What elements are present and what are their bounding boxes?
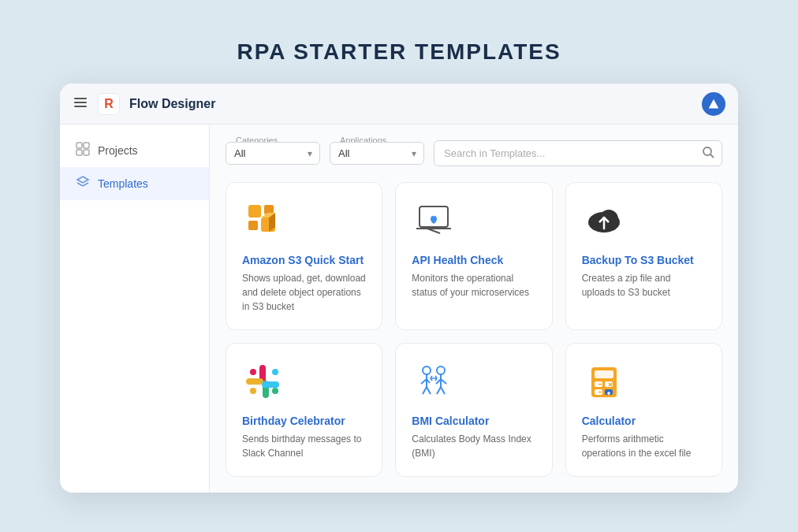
- backup-icon: [582, 199, 626, 243]
- svg-line-40: [441, 379, 446, 384]
- main-layout: Projects Templates Cat: [60, 125, 738, 493]
- svg-rect-7: [84, 150, 89, 155]
- api-icon: [412, 199, 456, 243]
- template-card-calculator[interactable]: Calculator Performs arithmetic operation…: [565, 343, 722, 477]
- user-avatar[interactable]: [702, 92, 725, 116]
- app-window: R Flow Designer: [60, 84, 738, 493]
- card-desc: Shows upload, get, download and delete o…: [242, 271, 366, 314]
- categories-select[interactable]: All: [226, 142, 320, 165]
- sidebar-templates-label: Templates: [98, 177, 148, 190]
- app-name: Flow Designer: [129, 97, 692, 111]
- sidebar: Projects Templates: [60, 125, 210, 493]
- svg-point-28: [272, 369, 278, 375]
- svg-point-37: [437, 366, 445, 374]
- page-title: RPA STARTER TEMPLATES: [237, 39, 561, 65]
- search-icon[interactable]: [702, 146, 714, 162]
- svg-point-30: [272, 388, 278, 394]
- card-title: Backup To S3 Bucket: [582, 254, 706, 266]
- svg-point-29: [250, 388, 256, 394]
- card-title: Birthday Celebrator: [242, 415, 366, 427]
- svg-rect-10: [248, 205, 261, 218]
- applications-select[interactable]: All: [330, 142, 424, 165]
- card-title: Calculator: [582, 415, 706, 427]
- svg-rect-12: [248, 221, 258, 230]
- grid-icon: [76, 142, 90, 159]
- birthday-icon: [242, 359, 286, 404]
- svg-rect-26: [262, 381, 279, 388]
- svg-marker-3: [709, 99, 719, 108]
- svg-rect-4: [76, 143, 82, 148]
- card-title: Amazon S3 Quick Start: [242, 254, 366, 266]
- svg-rect-6: [76, 150, 82, 155]
- svg-point-31: [423, 366, 431, 374]
- template-card-birthday[interactable]: Birthday Celebrator Sends birthday messa…: [226, 343, 382, 477]
- svg-rect-5: [84, 143, 89, 148]
- svg-line-9: [710, 154, 714, 158]
- svg-line-36: [427, 387, 431, 394]
- svg-line-33: [421, 379, 427, 384]
- template-card-bmi[interactable]: BMI Calculator Calculates Body Mass Inde…: [395, 343, 552, 477]
- svg-line-42: [441, 387, 445, 394]
- filters-row: Categories All Applications All: [226, 140, 722, 166]
- sidebar-item-projects[interactable]: Projects: [60, 134, 209, 167]
- card-desc: Performs arithmetic operations in the ex…: [582, 432, 706, 460]
- card-desc: Creates a zip file and uploads to S3 buc…: [582, 271, 706, 299]
- s3-icon: [242, 199, 286, 243]
- card-title: API Health Check: [412, 254, 535, 266]
- menu-icon[interactable]: [73, 95, 88, 113]
- card-desc: Calculates Body Mass Index (BMI): [412, 432, 535, 460]
- templates-grid: Amazon S3 Quick Start Shows upload, get,…: [226, 182, 722, 477]
- svg-rect-0: [74, 98, 87, 99]
- search-wrapper: [434, 140, 722, 166]
- sidebar-projects-label: Projects: [98, 144, 138, 157]
- svg-line-35: [423, 387, 427, 394]
- app-logo: R: [98, 93, 120, 115]
- svg-point-27: [250, 369, 256, 375]
- categories-select-wrapper: All: [226, 142, 320, 165]
- categories-filter-group: Categories All: [226, 142, 320, 165]
- card-title: BMI Calculator: [412, 415, 535, 427]
- titlebar: R Flow Designer: [60, 84, 738, 125]
- svg-rect-45: [595, 370, 613, 378]
- applications-filter-group: Applications All: [330, 142, 424, 165]
- card-desc: Monitors the operational status of your …: [412, 271, 535, 299]
- svg-rect-1: [74, 102, 87, 103]
- svg-line-41: [437, 387, 441, 394]
- calculator-icon: [582, 359, 626, 404]
- svg-rect-16: [420, 206, 448, 227]
- svg-rect-25: [246, 378, 263, 385]
- content-area: Categories All Applications All: [210, 125, 738, 493]
- template-card-amazon-s3[interactable]: Amazon S3 Quick Start Shows upload, get,…: [226, 182, 382, 330]
- template-card-backup-s3[interactable]: Backup To S3 Bucket Creates a zip file a…: [565, 182, 722, 330]
- svg-rect-2: [74, 106, 87, 107]
- applications-select-wrapper: All: [330, 142, 424, 165]
- sidebar-item-templates[interactable]: Templates: [60, 167, 209, 200]
- layers-icon: [76, 175, 90, 192]
- search-input[interactable]: [434, 140, 722, 166]
- bmi-icon: [412, 359, 456, 404]
- card-desc: Sends birthday messages to Slack Channel: [242, 432, 366, 460]
- template-card-api-health[interactable]: API Health Check Monitors the operationa…: [395, 182, 552, 330]
